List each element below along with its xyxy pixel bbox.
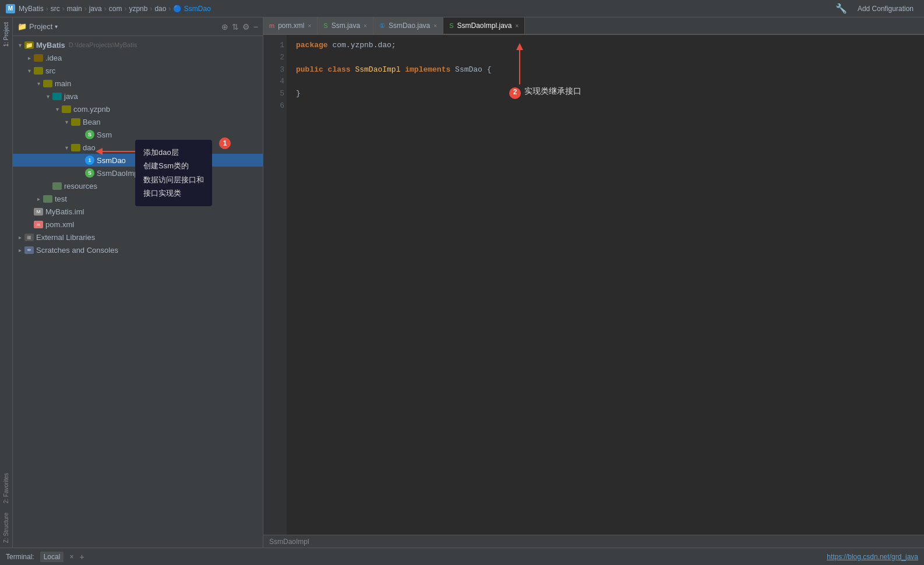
tree-item-pomxml[interactable]: m pom.xml [13,218,263,231]
scroll-icon[interactable]: ⇅ [232,22,239,31]
ssm-tab-close[interactable]: × [364,23,367,29]
tree-item-java[interactable]: ▾ java [13,90,263,103]
favorites-strip-item[interactable]: 2: Favorites [2,468,10,508]
tree-item-main[interactable]: ▾ main [13,77,263,90]
close-panel-icon[interactable]: − [253,22,258,31]
settings-icon[interactable]: ⚙ [242,22,250,31]
structure-strip-item[interactable]: Z: Structure [2,508,10,548]
path-src: src [51,5,60,13]
tree-item-scratches[interactable]: ▸ ✏ Scratches and Consoles [13,243,263,256]
chevron-down-icon-bean: ▾ [62,119,71,125]
project-strip-item[interactable]: 1: Project [2,17,10,51]
path-dao: dao [154,5,166,13]
code-line-2 [296,52,915,64]
bean-folder-icon [71,118,80,126]
idea-label: .idea [45,54,62,62]
code-line-1: package com.yzpnb.dao; [296,40,915,52]
path-mybatis: MyBatis [19,5,44,13]
line-num-3: 3 [266,64,284,76]
pom-file-icon: m [34,221,43,228]
title-bar: M MyBatis › src › main › java › com › yz… [0,0,924,17]
line-num-4: 4 [266,76,284,88]
code-area[interactable]: package com.yzpnb.dao; public class SsmD… [287,35,924,535]
chevron-right-ext: ▸ [15,234,24,241]
project-folder-icon: 📁 [24,41,34,49]
ssmdao-tab-icon: ① [379,22,385,30]
line-num-6: 6 [266,100,284,112]
chevron-down-icon: ▾ [15,42,24,48]
project-panel: 📁 Project ▾ ⊕ ⇅ ⚙ − ▾ 📁 MyBatis D:\IdeaP… [13,17,263,548]
tree-item-idea[interactable]: ▸ .idea [13,51,263,64]
java-folder-icon [52,93,62,100]
tab-ssmdao[interactable]: ① SsmDao.java × [373,17,443,34]
idea-folder-icon [34,54,43,62]
locate-icon[interactable]: ⊕ [221,22,228,31]
pom-tab-label: pom.xml [278,22,304,30]
local-close-icon[interactable]: × [69,553,73,561]
main-layout: 1: Project 2: Favorites Z: Structure 📁 P… [0,17,924,548]
com-folder-icon [62,105,71,113]
tab-ssmdaoimpl[interactable]: S SsmDaoImpl.java × [443,17,525,34]
add-terminal-icon[interactable]: + [79,552,84,562]
ssm-label: Ssm [97,130,112,139]
line-numbers: 1 2 3 4 5 6 [263,35,287,535]
add-config-button[interactable]: Add Configuration [853,3,918,14]
bean-label: Bean [83,118,100,126]
tab-pom[interactable]: m pom.xml × [263,17,318,34]
wrench-icon: 🔧 [835,3,847,14]
project-label: Project [29,22,52,31]
resources-label: resources [64,182,97,190]
annotation-tooltip-1: 添加dao层 创建Ssm类的 数据访问层接口和 接口实现类 [135,140,212,206]
pom-tab-close[interactable]: × [308,23,312,29]
res-folder-icon [52,182,62,190]
badge-2: 2 [509,87,521,99]
mybatisiml-label: MyBatis.iml [45,207,84,216]
code-line-5: } [296,88,915,100]
tree-item-src[interactable]: ▾ src [13,64,263,77]
tab-bar: m pom.xml × S Ssm.java × ① SsmDao.java ×… [263,17,924,35]
main-folder-icon [43,80,52,87]
ssmdao-label: SsmDao [97,156,126,165]
tree-item-bean[interactable]: ▾ Bean [13,115,263,128]
ssm-tab-icon: S [323,22,327,29]
header-icons: ⊕ ⇅ ⚙ − [221,22,258,31]
path-com: com [109,5,122,13]
tree-item-extlibs[interactable]: ▸ ▦ External Libraries [13,231,263,243]
tooltip-line-4: 接口实现类 [143,186,204,200]
bottom-bar: Terminal: Local × + https://blog.csdn.ne… [0,548,924,565]
tree-item-mybatisiml[interactable]: M MyBatis.iml [13,205,263,218]
scratches-icon: ✏ [24,246,34,254]
local-tab[interactable]: Local [40,552,64,562]
title-path: MyBatis › src › main › java › com › yzpn… [19,5,211,13]
tooltip-line-3: 数据访问层接口和 [143,173,204,186]
ssm-tab-label: Ssm.java [331,22,360,30]
tree-item-mybatis[interactable]: ▾ 📁 MyBatis D:\IdeaProjects\MyBatis [13,38,263,51]
dropdown-arrow[interactable]: ▾ [55,23,58,30]
tree-container: ▾ 📁 MyBatis D:\IdeaProjects\MyBatis ▸ .i… [13,36,263,548]
annotation-2-container: 2 实现类继承接口 [485,41,526,87]
ssmdaoimpl-label: SsmDaoImpl [97,169,140,178]
bottom-url[interactable]: https://blog.csdn.net/grd_java [827,553,918,561]
ssmdao-tab-close[interactable]: × [433,23,437,29]
project-title: 📁 Project ▾ [17,22,58,31]
code-line-3: public class SsmDaoImpl implements SsmDa… [296,64,915,76]
main-label: main [55,79,71,88]
ssmdaoimpl-tab-label: SsmDaoImpl.java [457,22,512,30]
code-line-4 [296,76,915,88]
test-label: test [55,195,67,203]
chevron-down-icon-com: ▾ [52,106,62,112]
path-suffix: D:\IdeaProjects\MyBatis [69,41,137,48]
path-main: main [67,5,82,13]
pom-tab-icon: m [269,22,274,29]
tab-ssm[interactable]: S Ssm.java × [318,17,373,34]
iml-file-icon: M [34,208,43,216]
path-yzpnb: yzpnb [129,5,147,13]
editor-area: m pom.xml × S Ssm.java × ① SsmDao.java ×… [263,17,924,548]
extlibs-label: External Libraries [36,233,95,242]
arrow-2-svg [514,41,526,87]
tree-item-comyzpnb[interactable]: ▾ com.yzpnb [13,103,263,115]
badge-1: 1 [219,137,231,149]
ssmdaoimpl-tab-close[interactable]: × [516,23,519,29]
ssmdaoimpl-tab-icon: S [449,22,453,29]
test-folder-icon [43,195,52,203]
